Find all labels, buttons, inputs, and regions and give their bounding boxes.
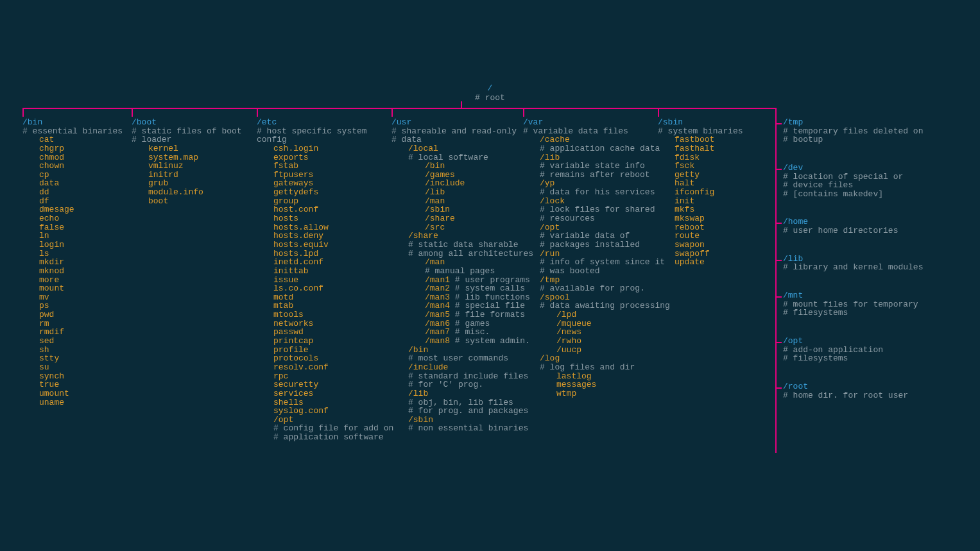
right-group-home: /home# user home directories: [783, 217, 959, 235]
dir-comment: # system binaries: [658, 127, 783, 136]
tree-line: # manual pages: [391, 267, 523, 276]
dir-comment: # static files of boot: [132, 127, 257, 136]
dir-comment: # variable data files: [523, 127, 658, 136]
dir-path: /boot: [132, 118, 257, 127]
dir-comment: # add-on application: [783, 346, 959, 355]
tree-line: df: [22, 197, 132, 206]
tree-line: /sbin: [391, 416, 523, 425]
tree-line: gettydefs: [257, 188, 391, 197]
tree-line: # lock files for shared: [523, 205, 658, 214]
tree-line: module.info: [132, 188, 257, 197]
tree-line: /opt: [523, 223, 658, 232]
tree-line: mount: [22, 284, 132, 293]
tree-line: motd: [257, 293, 391, 302]
tree-line: /cache: [523, 135, 658, 144]
tree-line: ifconfig: [658, 188, 783, 197]
tree-line: wtmp: [523, 389, 658, 398]
tree-line: hosts.equiv: [257, 241, 391, 250]
tree-line: /tmp: [523, 276, 658, 285]
tree-line: mkfs: [658, 205, 783, 214]
root-comment: # root: [22, 93, 958, 103]
tree-line: lastlog: [523, 372, 658, 381]
tree-line: hosts.deny: [257, 232, 391, 241]
tree-line: # for prog. and packages: [391, 407, 523, 416]
tree-line: rm: [22, 319, 132, 328]
tree-line: /man7 # misc.: [391, 328, 523, 337]
tree-line: # standard include files: [391, 372, 523, 381]
tree-line: update: [658, 258, 783, 267]
tree-line: /lib: [391, 188, 523, 197]
dir-comment: # home dir. for root user: [783, 391, 959, 400]
tree-line: csh.login: [257, 144, 391, 153]
tree-line: dd: [22, 188, 132, 197]
dir-path: /mnt: [783, 291, 959, 300]
tree-line: resolv.conf: [257, 363, 391, 372]
tree-line: /lib: [391, 389, 523, 398]
root-path: /: [22, 83, 958, 93]
dir-path: /var: [523, 118, 658, 127]
dir-comment: # mount files for temporary: [783, 300, 959, 309]
tree-line: /sbin: [391, 205, 523, 214]
tree-line: /man8 # system admin.: [391, 337, 523, 346]
tree-line: /man: [391, 258, 523, 267]
tree-line: login: [22, 241, 132, 250]
tree-line: # resources: [523, 214, 658, 223]
tree-line: mtab: [257, 301, 391, 310]
tree-line: fastboot: [658, 135, 783, 144]
tree-line: /rwho: [523, 337, 658, 346]
tree-line: ls.co.conf: [257, 284, 391, 293]
dir-path: /tmp: [783, 118, 959, 127]
dir-path: /etc: [257, 118, 391, 127]
tree-line: fstab: [257, 162, 391, 171]
tree-line: /opt: [257, 416, 391, 425]
dir-comment: # host specific system config: [257, 127, 391, 144]
dir-path: /bin: [22, 118, 132, 127]
tree-line: services: [257, 389, 391, 398]
tree-line: stty: [22, 354, 132, 363]
tree-line: # config file for add on: [257, 424, 391, 433]
tree-line: passwd: [257, 328, 391, 337]
tree-line: initrd: [132, 171, 257, 180]
tree-line: system.map: [132, 153, 257, 162]
tree-line: mtools: [257, 310, 391, 319]
tree-line: /news: [523, 328, 658, 337]
tree-line: /lpd: [523, 310, 658, 319]
column-usr: /usr# shareable and read-only# data/loca…: [391, 109, 523, 433]
right-group-mnt: /mnt# mount files for temporary# filesys…: [783, 291, 959, 318]
tree-line: ln: [22, 232, 132, 241]
tree-line: /local: [391, 144, 523, 153]
dir-comment: # shareable and read-only: [391, 127, 523, 136]
tree-line: # obj, bin, lib files: [391, 398, 523, 407]
tree-line: mv: [22, 293, 132, 302]
dir-comment: # location of special or: [783, 173, 959, 182]
tree-line: getty: [658, 171, 783, 180]
tree-line: dmesage: [22, 205, 132, 214]
tree-line: host.conf: [257, 205, 391, 214]
tree-line: # variable data of: [523, 232, 658, 241]
tree-line: # log files and dir: [523, 363, 658, 372]
tree-line: shells: [257, 398, 391, 407]
tree-line: /bin: [391, 346, 523, 355]
tree-line: /uucp: [523, 346, 658, 355]
tree-line: mkswap: [658, 214, 783, 223]
tree-line: pwd: [22, 310, 132, 319]
tree-line: halt: [658, 179, 783, 188]
tree-line: /spool: [523, 293, 658, 302]
tree-line: gateways: [257, 179, 391, 188]
column-sbin: /sbin# system binariesfastbootfasthaltfd…: [658, 109, 783, 267]
tree-line: mkdir: [22, 258, 132, 267]
tree-line: # local software: [391, 153, 523, 162]
tree-line: chown: [22, 162, 132, 171]
tree-line: messages: [523, 380, 658, 389]
tree-line: /man2 # system calls: [391, 284, 523, 293]
tree-line: # info of system since it: [523, 258, 658, 267]
tree-line: hosts.allow: [257, 223, 391, 232]
dir-comment: # user home directories: [783, 226, 959, 235]
tree-line: # data: [391, 135, 523, 144]
tree-line: /man1 # user programs: [391, 276, 523, 285]
tree-line: hosts.lpd: [257, 250, 391, 259]
tree-line: /yp: [523, 179, 658, 188]
dir-comment: # essential binaries: [22, 127, 132, 136]
tree-line: /lock: [523, 197, 658, 206]
tree-line: # packages installed: [523, 241, 658, 250]
